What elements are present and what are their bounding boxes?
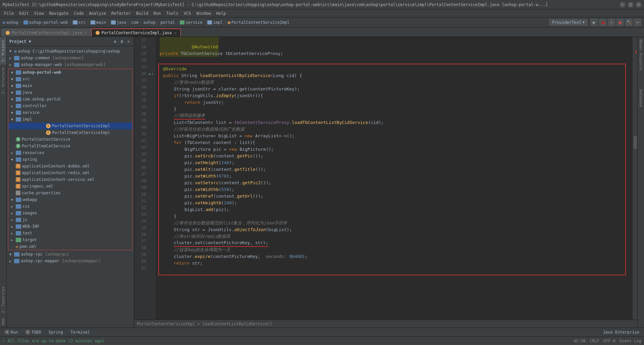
line-number: 51 [134,198,149,204]
maven-projects-button[interactable]: Maven Projects [638,37,644,73]
nav-ashop[interactable]: ◉ ashop [3,20,18,25]
tree-item-package[interactable]: ▼ com.ashop.portal [8,96,132,102]
close-panel-icon[interactable]: ✕ [126,39,131,44]
tree-item-portal-content-service[interactable]: I PortalContentService [8,136,132,143]
build-button[interactable]: 🔨 [625,19,633,26]
tree-item-pom-xml[interactable]: m pom.xml [8,243,132,250]
tree-item-portal-content-service-impl[interactable]: C PortalContentServiceImpl [8,123,132,129]
nav-main[interactable]: main [91,20,106,25]
todo-tab[interactable]: 6 TODO [22,329,45,336]
code-line-36: return jsonStr; [159,99,625,106]
tree-item-ashop-portal-web[interactable]: ▼ ashop-portal-web [8,69,132,76]
tree-item-redis-xml[interactable]: X applicationContext-redis.xml [8,169,132,176]
nav-impl[interactable]: impl [207,20,223,25]
line-number: 38 [134,111,149,117]
sync-icon[interactable]: ⚙ [112,39,118,44]
tree-item-resources[interactable]: ▶ resources [8,149,132,156]
structure-tool-button[interactable]: Z: Structure [0,65,6,96]
tab-close-button[interactable]: ✕ [174,31,176,35]
tree-item-dubbo-xml[interactable]: X applicationContext-dubbo.xml [8,163,132,169]
project-tree[interactable]: ▼ ◉ ashop C:\githubRepositories\shopping… [7,46,134,328]
tree-item-css[interactable]: ▶ css [8,203,132,210]
tree-item-ashop-manager-web[interactable]: ▶ ashop-manager-web [ashopmanagerweb] [7,61,134,68]
java-enterprise-tab[interactable]: Java Enterprise [600,329,643,336]
tree-item-js[interactable]: ▶ js [8,216,132,223]
tree-item-src[interactable]: ▼ src [8,76,132,82]
project-tool-button[interactable]: 1: Project [0,37,6,65]
tree-item-webapp[interactable]: ▼ webapp [8,196,132,203]
encoding-indicator[interactable]: UTF-8 [603,339,615,343]
nav-portal[interactable]: portal [160,20,175,25]
scroll-thumb[interactable] [634,136,637,149]
tree-item-target[interactable]: ▶ target [8,236,132,243]
menu-file[interactable]: File [1,9,16,17]
tree-item-spring[interactable]: ▼ spring [8,156,132,163]
debug-button[interactable]: 🐞 [599,19,606,26]
menu-help[interactable]: Help [214,9,229,17]
tree-item-ashop-root[interactable]: ▼ ◉ ashop C:\githubRepositories\shopping… [7,48,134,55]
maximize-button[interactable]: □ [628,2,633,7]
nav-java[interactable]: java [111,20,126,25]
database-button[interactable]: Database [638,87,644,110]
favorites-tool-button[interactable]: 2: Favorites [0,284,6,316]
stop-button[interactable]: ■ [616,19,624,26]
tree-arrow: ▶ [8,259,13,263]
nav-ashop2[interactable]: ashop [143,20,155,25]
tab-portal-content-active[interactable]: PortalContentServiceImpl.java ✕ [91,28,181,37]
tree-item-portal-item-cat-service[interactable]: I PortalItemCatService [8,143,132,149]
tree-item-images[interactable]: ▶ images [8,210,132,216]
menu-refactor[interactable]: Refactor [109,9,133,17]
terminal-tab[interactable]: Terminal [67,329,93,336]
scroll-indicator[interactable] [633,37,637,320]
menu-code[interactable]: Code [71,9,87,17]
tree-label: target [22,237,37,242]
tree-item-service-xml[interactable]: X applicationContext-service.xml [8,176,132,183]
tree-item-ashop-rpc[interactable]: ▼ ashop-rpc [ashoprpc] [7,251,134,258]
run-coverage-button[interactable]: ⚡ [608,19,615,26]
nav-src[interactable]: src [73,20,86,25]
menu-run[interactable]: Run [151,9,164,17]
run-gutter-icon[interactable]: ▶ [149,72,151,76]
spring-tab[interactable]: Spring [45,329,66,336]
tree-item-webinf[interactable]: ▶ WEB-INF [8,223,132,230]
nav-service[interactable]: service [180,20,203,25]
tree-item-portal-item-cat-service-impl[interactable]: C PortalItemCatServiceImpl [8,129,132,136]
line-col-indicator[interactable]: 45:30 [574,339,586,343]
code-line-40: //封装符合前台数据格式的广告数据 [159,126,625,133]
tree-item-test[interactable]: ▶ test [8,230,132,236]
run-config-button[interactable]: ProviderTest ▼ [549,19,588,26]
tree-item-java[interactable]: ▼ java [8,89,132,96]
menu-tools[interactable]: Tools [164,9,181,17]
run-tab[interactable]: 4 Run [1,329,21,336]
code-content[interactable]: @Autowired private TbContentService tbCo… [156,37,633,320]
nav-portal-web[interactable]: ashop-portal-web [23,20,68,25]
settings-icon[interactable]: ≡ [119,39,124,44]
minimize-button[interactable]: — [620,2,625,7]
menu-navigate[interactable]: Navigate [47,9,71,17]
tree-item-impl[interactable]: ▼ impl [8,116,132,123]
tree-item-springmvc-xml[interactable]: X springmvc.xml [8,183,132,190]
menu-vcs[interactable]: VCS [181,9,194,17]
nav-com[interactable]: com [131,20,139,25]
tree-item-main[interactable]: ▼ main [8,82,132,89]
menu-analyze[interactable]: Analyze [86,9,109,17]
menu-edit[interactable]: Edit [16,9,32,17]
tree-arrow: ▼ [10,111,14,115]
menu-view[interactable]: View [32,9,47,17]
update-button[interactable]: ↩ [634,19,641,26]
tree-item-controller[interactable]: ▶ controller [8,102,132,109]
close-button[interactable]: ✕ [636,2,641,7]
tree-item-cache-props[interactable]: cache.properties [8,190,132,196]
nav-class[interactable]: ◉ PortalContentServiceImpl [228,20,289,25]
tree-item-ashop-common[interactable]: ▶ ashop-common [ashopcommon] [7,55,134,61]
crlf-indicator[interactable]: CRLF [590,339,599,343]
menu-build[interactable]: Build [133,9,151,17]
tree-item-service[interactable]: ▼ service [8,109,132,116]
run-button[interactable]: ▶ [590,19,598,26]
tab-portal-item-cat[interactable]: PortalItemCatServiceImpl.java ✕ [1,28,91,37]
tab-close-button[interactable]: ✕ [85,31,87,34]
event-log-button[interactable]: Event Log [620,339,641,343]
tree-item-ashop-rpc-mapper[interactable]: ▶ ashop-rpc-mapper [ashoprpcmapper] [7,258,134,264]
menu-window[interactable]: Window [194,9,213,17]
web-tool-button[interactable]: Web [0,316,6,328]
